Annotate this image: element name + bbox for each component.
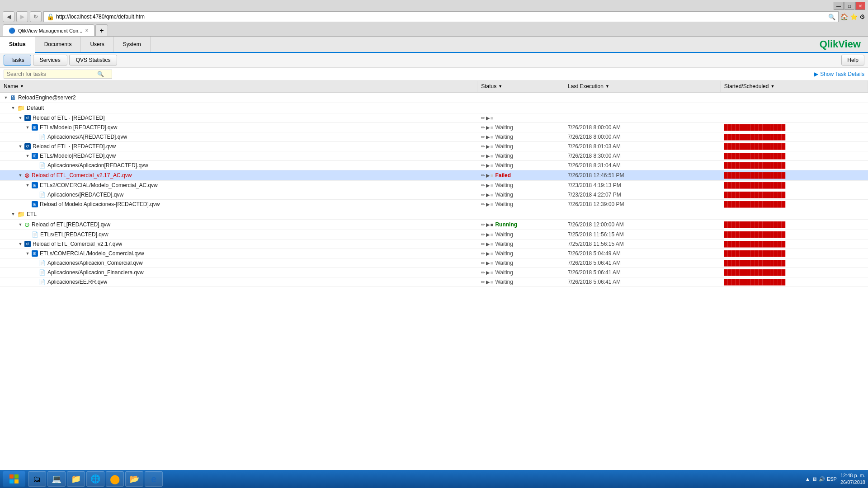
table-row[interactable]: ▼ 🖥 ReloadEngine@server2 (0, 92, 868, 103)
star-icon[interactable]: ⭐ (850, 13, 858, 20)
run-icon[interactable]: ▶ (486, 232, 490, 238)
sub-tab-services[interactable]: Services (33, 55, 67, 66)
settings-icon[interactable]: ⚙ (859, 13, 865, 20)
expand-icon[interactable]: ▼ (11, 106, 15, 110)
expand-icon[interactable]: ▼ (25, 154, 30, 158)
expand-icon[interactable]: ▼ (25, 251, 30, 256)
table-row[interactable]: ⊞ Reload of Modelo Aplicaciones-[REDACTE… (0, 200, 868, 209)
address-bar[interactable]: 🔒 🔍 (43, 11, 839, 22)
edit-icon[interactable]: ✏ (481, 260, 485, 266)
taskbar-app-explorer[interactable]: 🗂 (28, 471, 46, 487)
run-icon[interactable]: ▶ (486, 192, 490, 198)
forward-button[interactable]: ▶ (16, 11, 28, 22)
table-row[interactable]: ▼ ⊞ ETLs/COMERCIAL/Modelo_Comercial.qvw … (0, 249, 868, 258)
table-row[interactable]: ▼ ⊞ ETLs/Modelo [REDACTED].qvw ✏ ▶■ Wait… (0, 123, 868, 132)
tray-arrow-icon[interactable]: ▲ (805, 476, 810, 482)
col-status[interactable]: Status ▼ (477, 81, 564, 92)
table-row[interactable]: 📄 Aplicaciones/EE.RR.qvw ✏ ▶■ Waiting 7/… (0, 277, 868, 287)
run-icon[interactable]: ▶ (486, 241, 490, 247)
table-row[interactable]: ▼ ⊗ Reload of ETL_Comercial_v2.17_AC.qvw… (0, 170, 868, 181)
taskbar-app-ie[interactable]: e (145, 471, 163, 487)
help-button[interactable]: Help (841, 55, 864, 66)
home-icon[interactable]: 🏠 (840, 13, 848, 20)
run-icon[interactable]: ▶ (486, 125, 490, 131)
run-icon[interactable]: ▶ (486, 144, 490, 150)
tab-status[interactable]: Status (0, 37, 35, 53)
edit-icon[interactable]: ✏ (481, 222, 485, 228)
tab-close-icon[interactable]: ✕ (85, 28, 89, 33)
table-row[interactable]: ▼ ⊞ ETLs/Modelo[REDACTED].qvw ✏ ▶■ Waiti… (0, 151, 868, 161)
search-box[interactable]: 🔍 (4, 70, 112, 79)
table-row[interactable]: ▼ ↺ Reload of ETL_Comercial_v2.17.qvw ✏ … (0, 239, 868, 249)
run-icon[interactable]: ▶ (486, 222, 490, 228)
table-row[interactable]: ▼ ↺ Reload of ETL - [REDACTED] ✏ ▶■ (0, 113, 868, 123)
edit-icon[interactable]: ✏ (481, 173, 485, 178)
edit-icon[interactable]: ✏ (481, 232, 485, 238)
expand-icon[interactable]: ▼ (25, 183, 30, 188)
edit-icon[interactable]: ✏ (481, 115, 485, 121)
table-row[interactable]: ▼ ⊞ ETLs2/COMERCIAL/Modelo_Comercial_AC.… (0, 181, 868, 190)
run-icon[interactable]: ▶ (486, 260, 490, 266)
edit-icon[interactable]: ✏ (481, 134, 485, 140)
expand-icon[interactable]: ▼ (18, 242, 23, 246)
sub-tab-qvs-statistics[interactable]: QVS Statistics (69, 55, 118, 66)
edit-icon[interactable]: ✏ (481, 125, 485, 131)
taskbar-app-cmd[interactable]: 💻 (47, 471, 66, 487)
col-name[interactable]: Name ▼ (0, 81, 477, 92)
maximize-button[interactable]: □ (844, 2, 854, 10)
run-icon[interactable]: ▶ (486, 270, 490, 276)
table-row[interactable]: ▼ 📁 Default (0, 103, 868, 113)
edit-icon[interactable]: ✏ (481, 251, 485, 257)
edit-icon[interactable]: ✏ (481, 153, 485, 159)
table-row[interactable]: ▼ 📁 ETL (0, 209, 868, 220)
close-button[interactable]: ✕ (855, 2, 865, 10)
table-row[interactable]: ▼ ↺ Reload of ETL - [REDACTED].qvw ✏ ▶■ … (0, 142, 868, 151)
table-row[interactable]: 📄 Aplicaciones/Aplicacion_Comercial.qvw … (0, 258, 868, 268)
url-input[interactable] (56, 14, 826, 20)
taskbar-app-files[interactable]: 📂 (125, 471, 143, 487)
expand-icon[interactable]: ▼ (11, 212, 15, 216)
run-icon[interactable]: ▶ (486, 183, 490, 188)
taskbar-clock[interactable]: 12:48 p. m. 26/07/2018 (840, 472, 865, 486)
sub-tab-tasks[interactable]: Tasks (4, 55, 31, 66)
tab-documents[interactable]: Documents (35, 37, 81, 52)
edit-icon[interactable]: ✏ (481, 144, 485, 150)
edit-icon[interactable]: ✏ (481, 192, 485, 198)
edit-icon[interactable]: ✏ (481, 279, 485, 285)
table-row[interactable]: 📄 Aplicaciones/Aplicacion[REDACTED].qvw … (0, 161, 868, 170)
active-tab[interactable]: 🔵 QlikView Management Con... ✕ (3, 24, 94, 36)
edit-icon[interactable]: ✏ (481, 202, 485, 207)
table-row[interactable]: ▼ ⊙ Reload of ETL[REDACTED].qvw ✏ ▶■ Run… (0, 220, 868, 230)
edit-icon[interactable]: ✏ (481, 270, 485, 276)
run-icon[interactable]: ▶ (486, 115, 490, 121)
stop-icon[interactable]: ■ (491, 222, 494, 228)
run-icon[interactable]: ▶ (486, 163, 490, 169)
edit-icon[interactable]: ✏ (481, 241, 485, 247)
col-last-execution[interactable]: Last Execution ▼ (564, 81, 721, 92)
run-icon[interactable]: ▶ (486, 202, 490, 207)
col-started-scheduled[interactable]: Started/Scheduled ▼ (720, 81, 868, 92)
table-row[interactable]: 📄 Aplicaciones/Aplicacion_Financiera.qvw… (0, 268, 868, 277)
expand-icon[interactable]: ▼ (18, 116, 23, 120)
run-icon[interactable]: ▶ (486, 153, 490, 159)
run-icon[interactable]: ▶ (486, 279, 490, 285)
taskbar-app-chrome[interactable]: 🌐 (86, 471, 104, 487)
expand-icon[interactable]: ▼ (25, 125, 30, 130)
refresh-button[interactable]: ↻ (30, 11, 42, 22)
started-filter-icon[interactable]: ▼ (770, 84, 774, 89)
show-task-details-button[interactable]: ▶ Show Task Details (814, 71, 864, 77)
start-button[interactable] (3, 471, 25, 487)
taskbar-app-circle1[interactable]: ⬤ (106, 471, 124, 487)
new-tab-button[interactable]: + (95, 24, 108, 36)
expand-icon[interactable]: ▼ (18, 222, 23, 227)
search-input[interactable] (7, 71, 97, 77)
expand-icon[interactable]: ▼ (4, 95, 8, 100)
status-filter-icon[interactable]: ▼ (498, 84, 502, 89)
table-row[interactable]: 📄 Aplicaciones/[REDACTED].qvw ✏ ▶■ Waiti… (0, 190, 868, 200)
tab-users[interactable]: Users (81, 37, 113, 52)
expand-icon[interactable]: ▼ (18, 144, 23, 149)
run-icon[interactable]: ▶ (486, 173, 490, 178)
table-row[interactable]: 📄 ETLs/ETL[REDACTED].qvw ✏ ▶■ Waiting 7/… (0, 230, 868, 239)
last-exec-filter-icon[interactable]: ▼ (605, 84, 609, 89)
minimize-button[interactable]: — (834, 2, 844, 10)
